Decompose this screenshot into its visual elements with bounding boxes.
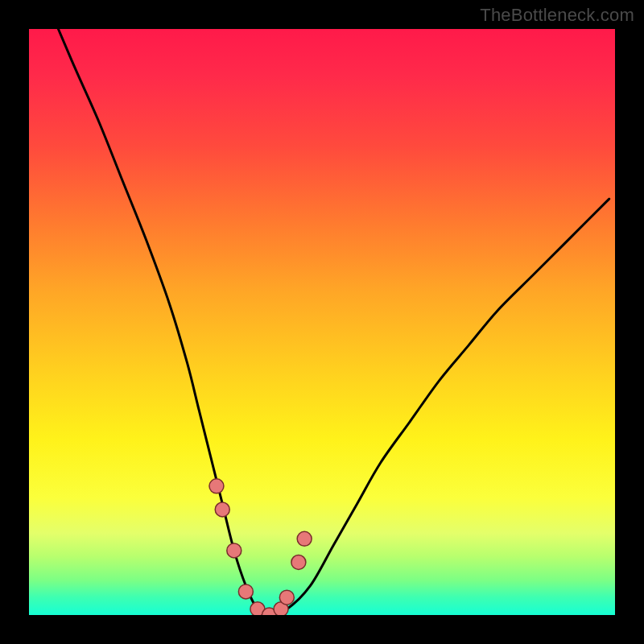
data-marker: [227, 543, 242, 558]
data-marker: [238, 584, 253, 599]
data-marker: [209, 479, 224, 493]
chart-overlay: [29, 29, 615, 615]
data-marker: [279, 590, 294, 605]
watermark-text: TheBottleneck.com: [480, 5, 634, 26]
data-marker: [297, 531, 312, 546]
bottleneck-curve: [58, 29, 609, 615]
chart-frame: TheBottleneck.com: [0, 0, 644, 644]
marker-group: [209, 479, 312, 615]
plot-area: [29, 29, 615, 615]
data-marker: [291, 555, 306, 569]
data-marker: [215, 502, 229, 517]
